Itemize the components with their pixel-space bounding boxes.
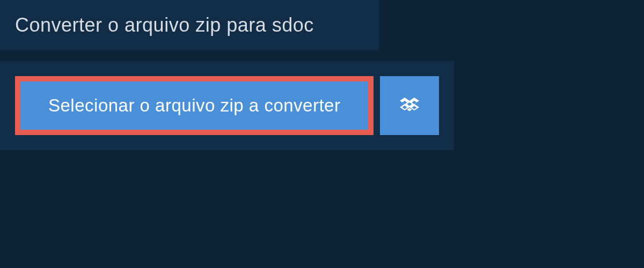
dropbox-button[interactable] (380, 76, 439, 135)
select-file-button[interactable]: Selecionar o arquivo zip a converter (15, 76, 374, 135)
title-bar: Converter o arquivo zip para sdoc (0, 0, 379, 50)
page-title: Converter o arquivo zip para sdoc (15, 14, 364, 36)
button-section: Selecionar o arquivo zip a converter (0, 61, 454, 150)
select-file-label: Selecionar o arquivo zip a converter (48, 95, 340, 116)
dropbox-icon (400, 96, 419, 115)
converter-panel: Converter o arquivo zip para sdoc Seleci… (0, 0, 644, 150)
